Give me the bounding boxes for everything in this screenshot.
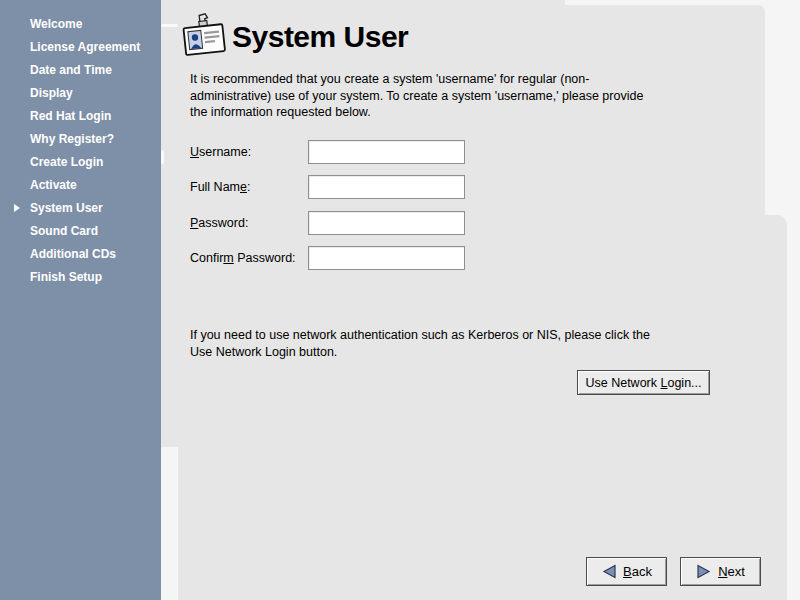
confirm-password-label: Confirm Password: bbox=[190, 246, 296, 270]
back-arrow-icon bbox=[601, 564, 617, 579]
current-step-arrow-icon bbox=[14, 181, 30, 189]
current-step-arrow-icon bbox=[14, 66, 30, 74]
intro-line: It is recommended that you create a syst… bbox=[190, 71, 750, 88]
sidebar-item-activate: Activate bbox=[0, 173, 161, 196]
next-button[interactable]: Next bbox=[680, 557, 761, 586]
sidebar-item-finish-setup: Finish Setup bbox=[0, 265, 161, 288]
id-badge-icon bbox=[182, 12, 228, 62]
full-name-field[interactable] bbox=[308, 175, 465, 199]
sidebar-item-label: Why Register? bbox=[30, 132, 114, 146]
use-network-login-button[interactable]: Use Network Login... bbox=[577, 370, 710, 395]
sidebar-item-label: Activate bbox=[30, 178, 77, 192]
sidebar-item-display: Display bbox=[0, 81, 161, 104]
sidebar-item-additional-cds: Additional CDs bbox=[0, 242, 161, 265]
intro-line: administrative) use of your system. To c… bbox=[190, 88, 750, 105]
username-field[interactable] bbox=[308, 140, 465, 164]
sidebar-item-label: License Agreement bbox=[30, 40, 140, 54]
content-panel-bottom bbox=[178, 215, 787, 600]
current-step-arrow-icon bbox=[14, 112, 30, 120]
password-label: Password: bbox=[190, 211, 248, 235]
current-step-arrow-icon bbox=[14, 227, 30, 235]
username-label: Username: bbox=[190, 140, 251, 164]
intro-text: It is recommended that you create a syst… bbox=[190, 71, 750, 121]
full-name-label: Full Name: bbox=[190, 175, 250, 199]
current-step-arrow-icon bbox=[14, 135, 30, 143]
current-step-arrow-icon bbox=[14, 43, 30, 51]
current-step-arrow-icon bbox=[14, 204, 30, 212]
current-step-arrow-icon bbox=[14, 250, 30, 258]
sidebar-item-label: Create Login bbox=[30, 155, 103, 169]
sidebar-item-label: Finish Setup bbox=[30, 270, 102, 284]
sidebar-item-label: Red Hat Login bbox=[30, 109, 111, 123]
sidebar-item-create-login: Create Login bbox=[0, 150, 161, 173]
panel-notch-horizontal bbox=[161, 24, 178, 27]
sidebar-item-welcome: Welcome bbox=[0, 12, 161, 35]
sidebar-item-label: Display bbox=[30, 86, 73, 100]
password-field[interactable] bbox=[308, 211, 465, 235]
sidebar-item-label: Date and Time bbox=[30, 63, 112, 77]
sidebar-item-label: Welcome bbox=[30, 17, 82, 31]
sidebar-item-label: System User bbox=[30, 201, 103, 215]
network-auth-line: If you need to use network authenticatio… bbox=[190, 327, 750, 344]
sidebar-item-why-register: Why Register? bbox=[0, 127, 161, 150]
next-arrow-icon bbox=[696, 564, 712, 579]
sidebar-item-date-and-time: Date and Time bbox=[0, 58, 161, 81]
page-title: System User bbox=[232, 20, 408, 54]
sidebar-item-label: Sound Card bbox=[30, 224, 98, 238]
current-step-arrow-icon bbox=[14, 158, 30, 166]
panel-notch-vertical bbox=[161, 150, 164, 164]
network-auth-line: Use Network Login button. bbox=[190, 344, 750, 361]
current-step-arrow-icon bbox=[14, 89, 30, 97]
sidebar-item-system-user: System User bbox=[0, 196, 161, 219]
back-button[interactable]: Back bbox=[586, 557, 667, 586]
current-step-arrow-icon bbox=[14, 273, 30, 281]
current-step-arrow-icon bbox=[14, 20, 30, 28]
sidebar-item-label: Additional CDs bbox=[30, 247, 116, 261]
wizard-step-sidebar: Welcome License Agreement Date and Time … bbox=[0, 0, 161, 600]
sidebar-item-red-hat-login: Red Hat Login bbox=[0, 104, 161, 127]
intro-line: the information requested below. bbox=[190, 104, 750, 121]
network-auth-text: If you need to use network authenticatio… bbox=[190, 327, 750, 360]
sidebar-item-license-agreement: License Agreement bbox=[0, 35, 161, 58]
sidebar-item-sound-card: Sound Card bbox=[0, 219, 161, 242]
confirm-password-field[interactable] bbox=[308, 246, 465, 270]
